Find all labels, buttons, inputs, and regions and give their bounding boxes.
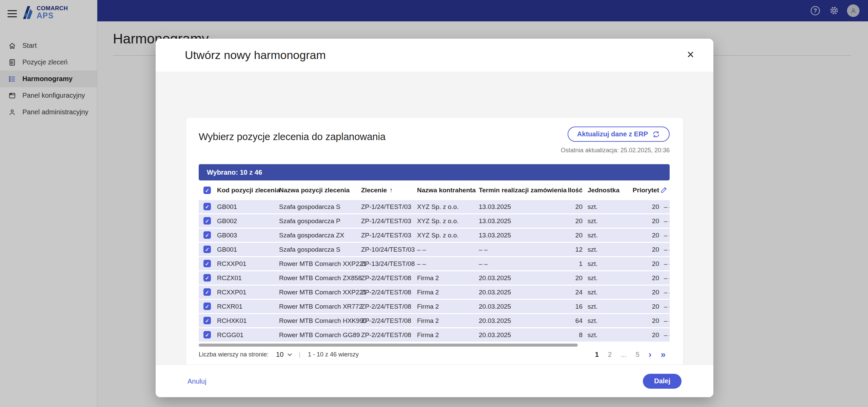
table-row[interactable]: ✓ RCHXK01 Rower MTB Comarch HXK990 ZP-2/… [199, 314, 670, 327]
close-icon[interactable]: × [687, 49, 694, 61]
cell-zlecenie: ZP-1/24/TEST/03 [361, 229, 411, 242]
sort-ascending-icon: ↑ [390, 187, 393, 194]
table-row[interactable]: ✓ RCXXP01 Rower MTB Comarch XXP221 ZP-13… [199, 257, 670, 270]
cell-nazwa-pozycji: Rower MTB Comarch HXK990 [279, 314, 367, 327]
cell-extra: – – [664, 300, 670, 313]
row-checkbox[interactable]: ✓ [203, 317, 211, 324]
cell-kontrahent: Firma 2 [417, 286, 439, 299]
table-row[interactable]: ✓ GB003 Szafa gospodarcza ZX ZP-1/24/TES… [199, 229, 670, 242]
cell-nazwa-pozycji: Szafa gospodarcza ZX [279, 229, 344, 242]
next-button[interactable]: Dalej [643, 374, 682, 389]
header-kontrahent[interactable]: Nazwa kontrahenta [417, 180, 476, 200]
create-schedule-modal: Utwórz nowy harmonogram × Wybierz pozycj… [156, 39, 713, 397]
table-row[interactable]: ✓ RCXR01 Rower MTB Comarch XR772 ZP-2/24… [199, 300, 670, 313]
cell-termin: 20.03.2025 [479, 328, 511, 342]
cell-termin: 13.03.2025 [479, 229, 511, 242]
cell-ilosc: 20 [575, 271, 583, 285]
cell-kod-pozycji: RCZX01 [217, 271, 242, 285]
update-from-erp-button[interactable]: Aktualizuj dane z ERP [568, 127, 670, 142]
cell-kontrahent: Firma 2 [417, 314, 439, 327]
select-all-checkbox[interactable]: ✓ [203, 187, 211, 194]
cell-nazwa-pozycji: Rower MTB Comarch XR772 [279, 300, 362, 313]
cell-kontrahent: XYZ Sp. z o.o. [417, 229, 459, 242]
rows-per-page-label: Liczba wierszy na stronie: [199, 351, 269, 358]
header-termin[interactable]: Termin realizacji zamówienia [479, 180, 567, 200]
row-checkbox[interactable]: ✓ [203, 231, 211, 239]
cell-termin: 20.03.2025 [479, 314, 511, 327]
cell-jednostka: szt. [588, 314, 598, 327]
row-checkbox[interactable]: ✓ [203, 260, 211, 267]
pagination-row: Liczba wierszy na stronie: 10 | 1 - 10 z… [199, 348, 670, 361]
page-button-2[interactable]: 2 [608, 351, 612, 358]
header-zlecenie[interactable]: Zlecenie↑ [361, 180, 393, 200]
edit-pencil-icon[interactable] [660, 186, 668, 195]
cell-termin: 20.03.2025 [479, 286, 511, 299]
table-row[interactable]: ✓ GB001 Szafa gospodarcza S ZP-1/24/TEST… [199, 200, 670, 213]
cell-extra: – – [664, 328, 670, 342]
rows-per-page-select[interactable]: 10 [276, 351, 291, 358]
cell-jednostka: szt. [588, 328, 598, 342]
order-items-card: Wybierz pozycje zlecenia do zaplanowania… [186, 118, 683, 381]
cell-kontrahent: Firma 2 [417, 300, 439, 313]
cell-termin: 20.03.2025 [479, 300, 511, 313]
header-ilosc[interactable]: Ilość [568, 180, 583, 200]
cell-ilosc: 64 [575, 314, 583, 327]
cell-priorytet: 20 [652, 257, 659, 270]
cell-zlecenie: ZP-1/24/TEST/03 [361, 200, 411, 213]
cell-termin: – – [479, 243, 488, 256]
row-checkbox[interactable]: ✓ [203, 288, 211, 296]
cell-nazwa-pozycji: Szafa gospodarcza S [279, 200, 340, 213]
row-checkbox[interactable]: ✓ [203, 246, 211, 253]
table-row[interactable]: ✓ RCXXP01 Rower MTB Comarch XXP221 ZP-2/… [199, 286, 670, 299]
modal-footer: Anuluj Dalej [156, 365, 713, 397]
cell-extra: – – [664, 286, 670, 299]
row-checkbox[interactable]: ✓ [203, 217, 211, 225]
table-row[interactable]: ✓ RCGG01 Rower MTB Comarch GG89 ZP-2/24/… [199, 328, 670, 342]
cell-jednostka: szt. [588, 200, 598, 213]
cell-priorytet: 20 [652, 229, 659, 242]
last-update-text: Ostatnia aktualizacja: 25.02.2025, 20:36 [561, 147, 670, 154]
cell-ilosc: 16 [575, 300, 583, 313]
modal-header: Utwórz nowy harmonogram × [156, 39, 713, 72]
row-checkbox[interactable]: ✓ [203, 331, 211, 338]
selection-summary-bar: Wybrano: 10 z 46 [199, 164, 670, 180]
row-checkbox[interactable]: ✓ [203, 303, 211, 310]
cell-priorytet: 20 [652, 243, 659, 256]
cell-priorytet: 20 [652, 214, 659, 228]
refresh-icon [652, 130, 660, 138]
cell-zlecenie: ZP-13/24/TEST/08 [361, 257, 415, 270]
header-kod-pozycji[interactable]: Kod pozycji zlecenia [217, 180, 280, 200]
header-nazwa-pozycji[interactable]: Nazwa pozycji zlecenia [279, 180, 350, 200]
cell-zlecenie: ZP-2/24/TEST/08 [361, 300, 411, 313]
cell-termin: 13.03.2025 [479, 214, 511, 228]
header-priorytet[interactable]: Priorytet [633, 180, 659, 200]
cell-kod-pozycji: RCGG01 [217, 328, 243, 342]
cell-jednostka: szt. [588, 286, 598, 299]
cell-kod-pozycji: GB002 [217, 214, 237, 228]
cancel-button[interactable]: Anuluj [188, 377, 206, 385]
next-page-icon[interactable]: › [649, 351, 652, 358]
cell-kod-pozycji: RCXXP01 [217, 257, 246, 270]
cell-extra: – – [664, 243, 670, 256]
cell-kod-pozycji: GB003 [217, 229, 237, 242]
row-checkbox[interactable]: ✓ [203, 203, 211, 210]
modal-body: Wybierz pozycje zlecenia do zaplanowania… [156, 72, 713, 365]
cell-jednostka: szt. [588, 271, 598, 285]
cell-termin: 13.03.2025 [479, 200, 511, 213]
cell-zlecenie: ZP-2/24/TEST/08 [361, 271, 411, 285]
horizontal-scrollbar[interactable] [199, 344, 578, 347]
table-row[interactable]: ✓ GB002 Szafa gospodarcza P ZP-1/24/TEST… [199, 214, 670, 228]
row-checkbox[interactable]: ✓ [203, 274, 211, 282]
table-row[interactable]: ✓ GB001 Szafa gospodarcza S ZP-10/24/TES… [199, 243, 670, 256]
cell-kod-pozycji: RCHXK01 [217, 314, 247, 327]
page-button-1[interactable]: 1 [595, 351, 599, 358]
table-row[interactable]: ✓ RCZX01 Rower MTB Comarch ZX858 ZP-2/24… [199, 271, 670, 285]
last-page-icon[interactable]: » [661, 351, 666, 358]
header-jednostka[interactable]: Jednostka [588, 180, 619, 200]
cell-ilosc: 20 [575, 229, 583, 242]
page-button-5[interactable]: 5 [636, 351, 639, 358]
cell-jednostka: szt. [588, 243, 598, 256]
cell-priorytet: 20 [652, 300, 659, 313]
cell-ilosc: 12 [575, 243, 583, 256]
cell-termin: 20.03.2025 [479, 271, 511, 285]
